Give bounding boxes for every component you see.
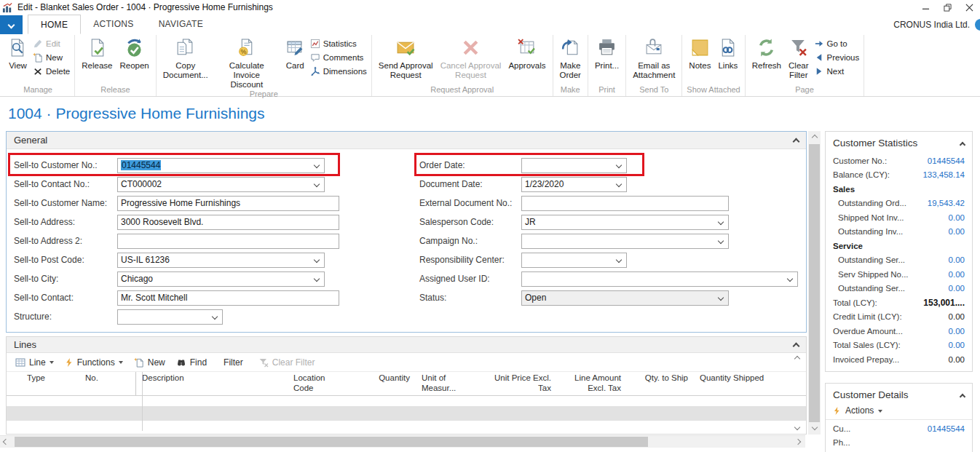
collapse-icon[interactable] <box>793 138 800 146</box>
stat-link[interactable]: 0.00 <box>949 341 965 349</box>
column-header-quantity-shipped[interactable]: Quantity Shipped <box>694 372 781 395</box>
customer-statistics-header[interactable]: Customer Statistics <box>826 132 972 152</box>
calculate-invoice-discount-button[interactable]: % Calculate Invoice Discount <box>212 35 282 90</box>
scroll-down-icon[interactable] <box>794 424 799 430</box>
scroll-down-button[interactable] <box>808 422 821 435</box>
collapse-icon[interactable] <box>960 141 965 147</box>
minimize-button[interactable] <box>914 0 936 15</box>
find-button[interactable]: Find <box>173 357 210 368</box>
dropdown-icon[interactable] <box>312 163 322 167</box>
stat-link[interactable]: 0.00 <box>949 284 965 293</box>
stat-link[interactable]: 0.00 <box>949 270 965 279</box>
stat-link[interactable]: 0.00 <box>949 227 965 236</box>
stat-link[interactable]: 133,458.14 <box>922 170 965 179</box>
dropdown-icon[interactable] <box>614 163 624 167</box>
dropdown-icon[interactable] <box>716 239 726 243</box>
notes-button[interactable]: Notes <box>685 35 714 71</box>
column-header-quantity[interactable]: Quantity <box>353 372 416 395</box>
sell-to-address-input[interactable]: 3000 Roosevelt Blvd. <box>117 215 339 230</box>
clear-filter-lines-button[interactable]: Clear Filter <box>256 357 318 368</box>
column-header-no[interactable]: No. <box>79 372 136 395</box>
stat-link[interactable]: 19,543.42 <box>928 199 965 207</box>
sell-to-post-code-input[interactable]: US-IL 61236 <box>117 253 325 268</box>
dropdown-icon[interactable] <box>312 277 322 281</box>
sell-to-contact-input[interactable]: Mr. Scott Mitchell <box>117 290 339 306</box>
sell-to-customer-no-input[interactable]: 01445544 <box>117 158 325 173</box>
stat-link[interactable]: 01445544 <box>928 156 965 165</box>
horizontal-scrollbar[interactable] <box>0 435 805 448</box>
delete-button[interactable]: Delete <box>33 66 70 76</box>
order-date-input[interactable] <box>521 158 627 173</box>
send-approval-request-button[interactable]: Send Approval Request <box>375 35 437 80</box>
grid-row-selected[interactable] <box>7 406 806 421</box>
application-menu-button[interactable] <box>0 15 23 34</box>
dropdown-icon[interactable] <box>614 258 624 262</box>
collapse-icon[interactable] <box>793 343 800 350</box>
new-button[interactable]: New <box>33 52 70 63</box>
scrollbar-thumb[interactable] <box>15 437 648 447</box>
sell-to-customer-name-input[interactable]: Progressive Home Furnishings <box>117 196 339 211</box>
dropdown-icon[interactable] <box>210 314 220 319</box>
restore-button[interactable] <box>936 0 958 15</box>
dropdown-icon[interactable] <box>312 258 322 262</box>
links-button[interactable]: Links <box>714 35 741 71</box>
scroll-left-button[interactable] <box>0 436 12 448</box>
salesperson-code-input[interactable]: JR <box>521 215 729 230</box>
column-header-type[interactable]: Type <box>21 372 79 395</box>
scroll-up-button[interactable] <box>808 131 821 143</box>
tab-navigate[interactable]: NAVIGATE <box>146 15 216 34</box>
assigned-user-id-input[interactable] <box>521 271 798 287</box>
dropdown-icon[interactable] <box>716 296 726 300</box>
copy-document-button[interactable]: Copy Document... <box>159 35 212 80</box>
lines-grid-scrollbar[interactable] <box>791 357 802 429</box>
scrollbar-thumb[interactable] <box>809 144 820 422</box>
new-line-button[interactable]: New <box>131 357 168 368</box>
dropdown-icon[interactable] <box>716 220 726 224</box>
comments-button[interactable]: Comments <box>310 52 367 63</box>
actions-menu-button[interactable]: Actions <box>826 404 972 420</box>
release-button[interactable]: Release <box>78 35 116 71</box>
main-vertical-scrollbar[interactable] <box>808 131 821 435</box>
scroll-up-icon[interactable] <box>794 356 799 362</box>
collapse-icon[interactable] <box>960 393 965 399</box>
column-header-description[interactable]: Description <box>136 372 288 395</box>
stat-link[interactable]: 0.00 <box>949 255 965 264</box>
goto-button[interactable]: Go to <box>814 39 860 49</box>
column-header-unit-of-measure[interactable]: Unit of Measur... <box>416 372 483 395</box>
status-input[interactable]: Open <box>521 290 729 306</box>
document-date-input[interactable]: 1/23/2020 <box>521 177 627 192</box>
sell-to-contact-no-input[interactable]: CT000002 <box>117 177 325 192</box>
statistics-button[interactable]: Statistics <box>310 39 367 49</box>
cancel-approval-request-button[interactable]: Cancel Approval Request <box>437 35 505 80</box>
view-button[interactable]: View <box>4 35 31 71</box>
clear-filter-button[interactable]: Clear Filter <box>785 35 812 80</box>
dimensions-button[interactable]: Dimensions <box>310 66 367 76</box>
reopen-button[interactable]: Reopen <box>116 35 152 71</box>
responsibility-center-input[interactable] <box>521 253 627 268</box>
dropdown-icon[interactable] <box>614 182 624 186</box>
stat-link[interactable]: 0.00 <box>949 327 965 336</box>
campaign-no-input[interactable] <box>521 234 729 249</box>
column-header-line-amount[interactable]: Line Amount Excl. Tax <box>557 372 627 395</box>
make-order-button[interactable]: Make Order <box>556 35 585 80</box>
help-icon[interactable] <box>975 19 980 31</box>
lines-section-header[interactable]: Lines <box>7 337 806 353</box>
external-document-no-input[interactable] <box>521 196 729 211</box>
grid-row[interactable] <box>7 396 806 406</box>
line-menu-button[interactable]: Line <box>12 357 57 368</box>
scroll-right-button[interactable] <box>792 436 804 448</box>
approvals-button[interactable]: Approvals <box>505 35 549 71</box>
stat-link[interactable]: 0.00 <box>949 213 965 222</box>
tab-actions[interactable]: ACTIONS <box>81 15 146 34</box>
sell-to-address-2-input[interactable] <box>117 234 339 249</box>
tab-home[interactable]: HOME <box>28 15 81 34</box>
structure-input[interactable] <box>117 309 223 325</box>
detail-link[interactable]: 01445544 <box>928 424 965 433</box>
dropdown-icon[interactable] <box>785 277 795 281</box>
close-button[interactable] <box>958 0 980 15</box>
general-section-header[interactable]: General <box>7 132 806 149</box>
column-header-qty-to-ship[interactable]: Qty. to Ship <box>627 372 694 395</box>
sell-to-city-input[interactable]: Chicago <box>117 271 325 287</box>
column-header-location-code[interactable]: Location Code <box>288 372 353 395</box>
email-as-attachment-button[interactable]: Email as Attachment <box>629 35 679 80</box>
